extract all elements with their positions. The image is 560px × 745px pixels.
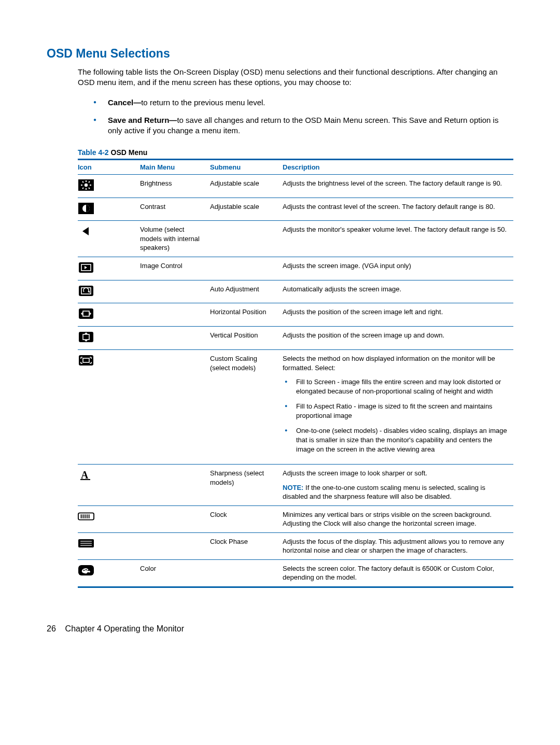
svg-point-1	[85, 184, 88, 187]
table-row: Clock Minimizes any vertical bars or str…	[78, 506, 513, 532]
vertical-position-icon	[78, 331, 94, 343]
submenu-cell: Clock	[210, 506, 283, 532]
description-cell: Minimizes any vertical bars or strips vi…	[283, 506, 513, 532]
description-cell: Adjusts the position of the screen image…	[283, 327, 513, 350]
table-row: Color Selects the screen color. The fact…	[78, 560, 513, 586]
custom-scaling-icon	[78, 354, 94, 367]
col-desc-header: Description	[283, 160, 513, 174]
description-cell: Adjusts the position of the screen image…	[283, 303, 513, 326]
submenu-cell	[210, 257, 283, 280]
svg-text:A: A	[81, 469, 89, 481]
list-item: One-to-one (select models) - disables vi…	[283, 426, 508, 454]
table-bottom-rule	[78, 586, 513, 588]
svg-point-44	[88, 570, 89, 571]
horizontal-position-icon	[78, 307, 94, 320]
svg-point-43	[86, 569, 87, 571]
main-menu-cell: Volume (select models with internal spea…	[140, 221, 210, 257]
submenu-cell: Sharpness (select models)	[210, 465, 283, 505]
page-number: 26	[47, 624, 56, 633]
brightness-icon	[78, 179, 94, 191]
submenu-cell: Adjustable scale	[210, 175, 283, 198]
page-footer: 26 Chapter 4 Operating the Monitor	[47, 624, 513, 634]
chapter-title: Chapter 4 Operating the Monitor	[65, 624, 184, 633]
description-cell: Selects the screen color. The factory de…	[283, 560, 513, 586]
svg-line-8	[82, 188, 83, 189]
svg-rect-16	[79, 286, 93, 296]
submenu-cell: Custom Scaling (select models)	[210, 350, 283, 464]
osd-menu-table: Icon Main Menu Submenu Description	[78, 160, 513, 586]
svg-rect-27	[79, 355, 93, 366]
col-sub-header: Submenu	[210, 160, 283, 174]
submenu-cell: Adjustable scale	[210, 198, 283, 221]
table-row: Horizontal Position Adjusts the position…	[78, 303, 513, 326]
table-row: Volume (select models with internal spea…	[78, 221, 513, 257]
table-row: A Sharpness (select models) Adjusts the …	[78, 465, 513, 505]
svg-line-9	[89, 181, 90, 182]
clock-phase-icon	[78, 537, 94, 550]
svg-line-7	[89, 188, 90, 189]
auto-adjust-icon	[78, 285, 94, 297]
svg-rect-31	[78, 513, 94, 519]
image-control-icon	[78, 261, 94, 274]
table-row: Clock Phase Adjusts the focus of the dis…	[78, 533, 513, 559]
submenu-cell: Horizontal Position	[210, 303, 283, 326]
table-row: Contrast Adjustable scale Adjusts the co…	[78, 198, 513, 221]
main-menu-cell: Brightness	[140, 175, 210, 198]
description-cell: Adjusts the screen image to look sharper…	[283, 465, 513, 505]
submenu-cell: Auto Adjustment	[210, 280, 283, 303]
table-caption: Table 4-2 OSD Menu	[78, 148, 513, 157]
description-cell: Adjusts the brightness level of the scre…	[283, 175, 513, 198]
description-cell: Adjusts the monitor's speaker volume lev…	[283, 221, 513, 257]
submenu-cell: Vertical Position	[210, 327, 283, 350]
svg-line-6	[82, 181, 83, 182]
description-cell: Automatically adjusts the screen image.	[283, 280, 513, 303]
table-header-row: Icon Main Menu Submenu Description	[78, 160, 513, 174]
col-main-header: Main Menu	[140, 160, 210, 174]
col-icon-header: Icon	[78, 160, 140, 174]
intro-paragraph: The following table lists the On-Screen …	[78, 67, 513, 88]
main-menu-cell: Contrast	[140, 198, 210, 221]
table-row: Custom Scaling (select models) Selects t…	[78, 350, 513, 464]
svg-marker-12	[82, 227, 89, 235]
table-row: Brightness Adjustable scale Adjusts the …	[78, 175, 513, 198]
submenu-cell: Clock Phase	[210, 533, 283, 559]
sharpness-icon: A	[78, 469, 94, 481]
description-cell: Selects the method on how displayed info…	[283, 350, 513, 464]
description-cell: Adjusts the screen image. (VGA input onl…	[283, 257, 513, 280]
option-list: Cancel—to return to the previous menu le…	[93, 97, 513, 136]
svg-point-42	[83, 570, 85, 571]
list-item: Save and Return—to save all changes and …	[93, 115, 513, 136]
color-icon	[78, 564, 94, 577]
list-item: Fill to Screen - image fills the entire …	[283, 377, 508, 396]
contrast-icon	[78, 202, 94, 215]
section-heading: OSD Menu Selections	[47, 47, 513, 61]
description-cell: Adjusts the focus of the display. This a…	[283, 533, 513, 559]
main-menu-cell: Color	[140, 560, 210, 586]
main-menu-cell: Image Control	[140, 257, 210, 280]
submenu-cell	[210, 221, 283, 257]
note-label: NOTE:	[283, 484, 303, 491]
table-row: Vertical Position Adjusts the position o…	[78, 327, 513, 350]
description-cell: Adjusts the contrast level of the screen…	[283, 198, 513, 221]
list-item: Fill to Aspect Ratio - image is sized to…	[283, 402, 508, 420]
table-row: Image Control Adjusts the screen image. …	[78, 257, 513, 280]
clock-icon	[78, 510, 94, 523]
speaker-icon	[78, 225, 94, 237]
table-row: Auto Adjustment Automatically adjusts th…	[78, 280, 513, 303]
list-item: Cancel—to return to the previous menu le…	[93, 97, 513, 108]
